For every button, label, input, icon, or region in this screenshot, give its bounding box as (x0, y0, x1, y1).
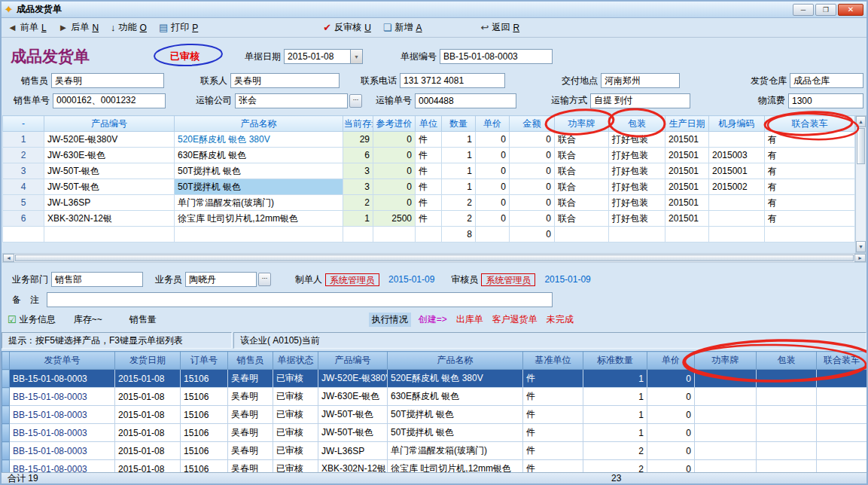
cell-standard-qty[interactable]: 2 (583, 442, 647, 460)
delivery-column-header[interactable]: 发货单号 (10, 352, 115, 370)
cell-row-number[interactable]: 3 (3, 163, 44, 179)
detail-column-header[interactable]: 包装 (609, 116, 665, 132)
vertical-scroll-thumb[interactable] (857, 128, 865, 164)
cell-product-name[interactable]: 50T搅拌机 银色 (388, 406, 523, 424)
cell-ref-price[interactable]: 0 (373, 132, 416, 148)
delivery-row[interactable]: BB-15-01-08-0003 2015-01-08 15106 吴春明 已审… (2, 406, 867, 424)
cell-product-code[interactable]: JW-50T-银色 (44, 163, 175, 179)
customer-return-link[interactable]: 客户退货单 (492, 313, 538, 326)
contact-input[interactable] (230, 73, 340, 88)
row-selector[interactable] (2, 406, 10, 424)
delivery-column-header[interactable]: 包装 (757, 352, 817, 370)
delivery-row[interactable]: BB-15-01-08-0003 2015-01-08 15106 吴春明 已审… (2, 424, 867, 442)
detail-column-header[interactable]: 单位 (416, 116, 442, 132)
cell-joint-load[interactable] (817, 442, 867, 460)
cell-quantity[interactable]: 1 (442, 132, 476, 148)
cell-production-date[interactable]: 201501 (665, 148, 709, 163)
cell-delivery-no[interactable]: BB-15-01-08-0003 (10, 388, 115, 406)
cell-ref-price[interactable]: 0 (373, 163, 416, 179)
cell-current-stock[interactable]: 29 (343, 132, 373, 148)
delivery-column-header[interactable]: 联合装车 (817, 352, 867, 370)
cell-product-name[interactable]: 单门常温醒发箱(玻璃门) (175, 195, 343, 211)
cell-ref-price[interactable]: 0 (373, 195, 416, 211)
horizontal-scroll-thumb[interactable] (15, 255, 854, 261)
cell-order-no[interactable]: 15106 (181, 370, 228, 388)
outbound-order-link[interactable]: 出库单 (456, 313, 483, 326)
dept-input[interactable] (51, 272, 143, 287)
cell-base-unit[interactable]: 件 (523, 442, 583, 460)
cell-amount[interactable]: 0 (510, 163, 555, 179)
cell-amount[interactable]: 0 (510, 148, 555, 163)
cell-salesman[interactable]: 吴春明 (228, 370, 273, 388)
cell-product-name[interactable]: 630E酥皮机 银色 (175, 148, 343, 163)
cell-unit-price[interactable]: 0 (647, 406, 695, 424)
cell-body-code[interactable] (709, 132, 765, 148)
cell-ref-price[interactable]: 0 (373, 179, 416, 195)
cell-package[interactable] (757, 388, 817, 406)
delivery-column-header[interactable]: 订单号 (181, 352, 228, 370)
transport-no-input[interactable] (415, 93, 516, 108)
cell-standard-qty[interactable]: 1 (583, 424, 647, 442)
detail-row[interactable]: 1 JW-520E-银380V 520E酥皮机 银色 380V 29 0 件 1… (3, 132, 855, 148)
delivery-column-header[interactable]: 基准单位 (523, 352, 583, 370)
remark-input[interactable] (47, 292, 553, 307)
cell-package[interactable]: 打好包装 (609, 211, 665, 227)
cell-joint-load[interactable] (817, 388, 867, 406)
cell-base-unit[interactable]: 件 (523, 406, 583, 424)
cell-product-name[interactable]: 徐宝库 吐司切片机,12mm银色 (175, 211, 343, 227)
detail-column-header[interactable]: 产品编号 (44, 116, 175, 132)
cell-order-no[interactable]: 15106 (181, 424, 228, 442)
delivery-row[interactable]: BB-15-01-08-0003 2015-01-08 15106 吴春明 已审… (2, 388, 867, 406)
cell-production-date[interactable]: 201501 (665, 132, 709, 148)
cell-body-code[interactable]: 2015001 (709, 163, 765, 179)
cell-product-code[interactable]: JW-520E-银380V (44, 132, 175, 148)
delivery-column-header[interactable]: 单价 (647, 352, 695, 370)
detail-column-header[interactable]: 数量 (442, 116, 476, 132)
cell-product-code[interactable]: JW-630E-银色 (318, 388, 388, 406)
scroll-down-icon[interactable]: ▼ (856, 241, 866, 252)
scroll-up-icon[interactable]: ▲ (856, 116, 866, 127)
cell-body-code[interactable] (709, 211, 765, 227)
row-selector[interactable] (2, 388, 10, 406)
cell-doc-status[interactable]: 已审核 (273, 442, 318, 460)
cell-row-number[interactable]: 2 (3, 148, 44, 163)
cell-unit-price[interactable]: 0 (476, 148, 510, 163)
cell-delivery-no[interactable]: BB-15-01-08-0003 (10, 406, 115, 424)
detail-row[interactable]: 5 JW-L36SP 单门常温醒发箱(玻璃门) 2 0 件 2 0 0 联合 打… (3, 195, 855, 211)
cell-product-name[interactable]: 单门常温醒发箱(玻璃门) (388, 442, 523, 460)
transport-company-lookup-button[interactable]: ... (349, 94, 362, 108)
detail-column-header[interactable]: 生产日期 (665, 116, 709, 132)
cell-unit-price[interactable]: 0 (647, 424, 695, 442)
delivery-column-header[interactable]: 功率牌 (695, 352, 757, 370)
cell-package[interactable] (757, 406, 817, 424)
cell-amount[interactable]: 0 (510, 195, 555, 211)
horizontal-scrollbar[interactable]: ◄ ► (2, 253, 866, 263)
detail-row[interactable]: 6 XBK-302N-12银 徐宝库 吐司切片机,12mm银色 1 2500 件… (3, 211, 855, 227)
detail-column-header[interactable]: 单价 (476, 116, 510, 132)
cell-doc-status[interactable]: 已审核 (273, 406, 318, 424)
sales-volume-link[interactable]: 销售量 (129, 313, 157, 326)
maximize-button[interactable]: ❐ (815, 4, 836, 16)
cell-joint-load[interactable] (817, 424, 867, 442)
cell-power-brand[interactable]: 联合 (555, 211, 609, 227)
cell-production-date[interactable]: 201501 (665, 179, 709, 195)
operator-input[interactable] (185, 272, 257, 287)
cell-salesman[interactable]: 吴春明 (228, 424, 273, 442)
cell-unit-price[interactable]: 0 (647, 442, 695, 460)
cell-standard-qty[interactable]: 1 (583, 370, 647, 388)
row-selector[interactable] (2, 370, 10, 388)
cell-unit[interactable]: 件 (416, 148, 442, 163)
cell-product-code[interactable]: JW-L36SP (44, 195, 175, 211)
cell-joint-load[interactable] (817, 406, 867, 424)
close-button[interactable]: ✕ (838, 4, 863, 16)
cell-unit[interactable]: 件 (416, 195, 442, 211)
cell-product-name[interactable]: 520E酥皮机 银色 380V (388, 370, 523, 388)
cell-unit[interactable]: 件 (416, 132, 442, 148)
detail-row[interactable]: 2 JW-630E-银色 630E酥皮机 银色 6 0 件 1 0 0 联合 打… (3, 148, 855, 163)
toolbar-item[interactable]: ✔ 反审核U (323, 21, 371, 34)
cell-body-code[interactable]: 2015002 (709, 179, 765, 195)
cell-package[interactable] (757, 424, 817, 442)
minimize-button[interactable]: ─ (793, 4, 814, 16)
cell-doc-status[interactable]: 已审核 (273, 424, 318, 442)
cell-package[interactable]: 打好包装 (609, 132, 665, 148)
